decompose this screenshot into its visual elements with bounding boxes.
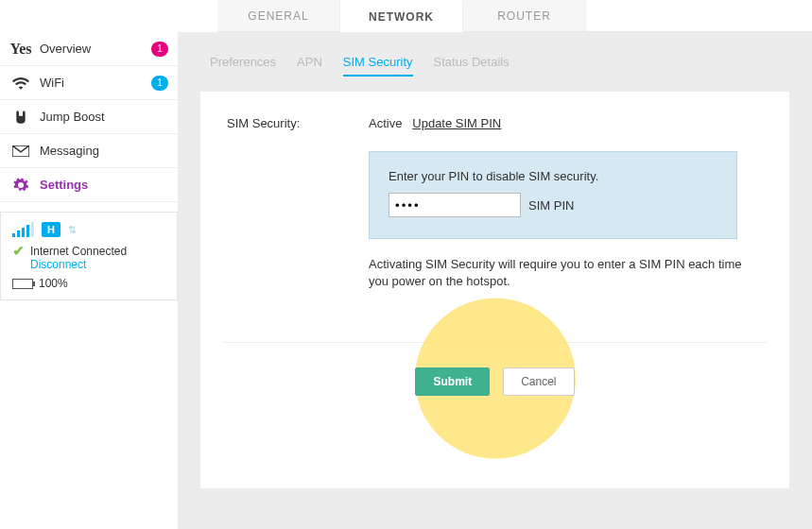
sim-security-label: SIM Security: [227,116,369,289]
sidebar-item-settings[interactable]: Settings [0,168,178,202]
sim-pin-input[interactable] [389,193,521,217]
main-panel: Preferences APN SIM Security Status Deta… [178,32,812,529]
sidebar-item-messaging[interactable]: Messaging [0,134,178,168]
sim-security-note: Activating SIM Security will require you… [369,256,747,289]
sidebar-item-overview[interactable]: Yes Overview 1 [0,32,178,66]
check-icon: ✔ [12,245,25,258]
top-tabs: GENERAL NETWORK ROUTER [217,0,812,32]
sidebar-item-label: WiFi [32,76,151,90]
envelope-icon [9,145,32,157]
subtab-status-details[interactable]: Status Details [434,55,510,77]
subtab-preferences[interactable]: Preferences [210,55,276,77]
sidebar-item-label: Settings [32,178,168,192]
action-row: Submit Cancel [227,367,763,396]
submit-button[interactable]: Submit [415,367,490,396]
wifi-icon [9,77,32,90]
tab-general[interactable]: GENERAL [217,0,340,31]
yes-logo-icon: Yes [9,41,32,58]
data-arrows-icon: ⇅ [68,224,77,236]
sidebar-item-label: Jump Boost [32,110,168,124]
sidebar-item-wifi[interactable]: WiFi 1 [0,66,178,100]
sidebar-item-jumpboost[interactable]: Jump Boost [0,100,178,134]
network-type-badge: H [42,222,60,237]
sidebar-item-label: Messaging [32,144,168,158]
tab-network[interactable]: NETWORK [340,1,463,32]
sub-tabs: Preferences APN SIM Security Status Deta… [178,45,812,82]
subtab-apn[interactable]: APN [297,55,322,77]
battery-percent: 100% [39,277,68,290]
sim-pin-field-label: SIM PIN [528,198,574,213]
sim-security-state: Active [369,116,402,130]
wifi-badge: 1 [151,76,168,91]
cancel-button[interactable]: Cancel [503,367,574,396]
connection-status: Internet Connected [30,245,127,258]
subtab-sim-security[interactable]: SIM Security [343,55,413,77]
tab-router[interactable]: ROUTER [463,0,586,31]
sidebar-item-label: Overview [32,42,151,56]
status-panel: H ⇅ ✔ Internet Connected Disconnect 100% [0,212,178,300]
pin-entry-box: Enter your PIN to disable SIM security. … [369,151,737,239]
disconnect-link[interactable]: Disconnect [30,258,127,271]
jumpboost-icon [9,110,32,125]
sidebar: Yes Overview 1 WiFi 1 Jump Boost Messagi… [0,32,178,300]
battery-icon [12,279,33,289]
overview-badge: 1 [151,42,168,57]
signal-icon [12,222,34,237]
pin-hint: Enter your PIN to disable SIM security. [389,169,717,183]
gear-icon [9,177,32,194]
content-card: SIM Security: Active Update SIM PIN Ente… [200,92,789,488]
update-sim-pin-link[interactable]: Update SIM PIN [412,116,501,130]
